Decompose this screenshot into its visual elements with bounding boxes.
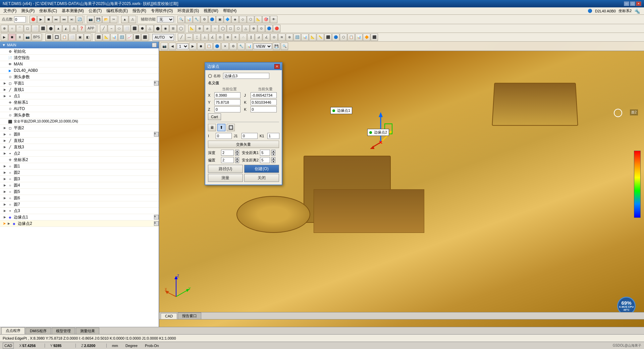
tree-item-man[interactable]: 👁 MAN [0, 61, 159, 67]
tb2-btn-35[interactable]: 🔴 [273, 25, 280, 32]
offset-down[interactable]: ▼ [235, 160, 239, 163]
tree-item-probepar[interactable]: ⚙ 测头参数 [0, 74, 159, 80]
tb3-btn-42[interactable]: 📊 [355, 34, 363, 41]
tb3-btn-9[interactable]: ⬜ [68, 34, 76, 41]
tb2-btn-17[interactable]: ⬛ [131, 25, 138, 32]
menu-program[interactable]: 编程系统(E) [104, 7, 130, 14]
tb2-btn-32[interactable]: ⊕ [250, 25, 257, 32]
tb3-btn-20[interactable]: — [185, 34, 193, 41]
tb3-btn-44[interactable]: ⬛ [371, 34, 378, 41]
tb3-btn-32[interactable]: ≋ [278, 34, 285, 41]
vp-btn-probe[interactable]: 🔵 [213, 43, 221, 50]
tb3-btn-40[interactable]: ⬡ [340, 34, 347, 41]
tb-btn-9[interactable]: 💾 [95, 16, 102, 23]
menu-software[interactable]: 专用软件(O) [149, 7, 175, 14]
z-input[interactable] [214, 106, 240, 112]
safe-dist1-input[interactable] [260, 150, 270, 156]
close-button[interactable]: ✕ [636, 1, 641, 6]
vp-btn-settings2[interactable]: 🔧 [237, 43, 245, 50]
tb3-btn-35[interactable]: 📊 [301, 34, 309, 41]
tb2-btn-14[interactable]: ⌢ [108, 25, 115, 32]
safe-dist2-down[interactable]: ▼ [271, 160, 275, 163]
tb-btn-4[interactable]: ⏭ [53, 16, 60, 23]
tb-btn-19[interactable]: ▣ [216, 16, 223, 23]
tb3-btn-27[interactable]: ∴ [239, 34, 247, 41]
tree-item-plane2[interactable]: ▶ ◻ 平面2 [0, 125, 159, 131]
tb3-btn-5[interactable]: BPS [32, 34, 42, 41]
tb2-btn-3[interactable]: ⌒ [16, 25, 23, 32]
tb2-btn-10[interactable]: ⚠ [70, 25, 77, 32]
tb2-btn-21[interactable]: ◉ [162, 25, 169, 32]
k2-input[interactable] [251, 106, 277, 112]
tb2-btn-13[interactable]: ╱ [100, 25, 107, 32]
tb-btn-22[interactable]: ◇ [239, 16, 247, 23]
tb-btn-5[interactable]: ⏮ [60, 16, 68, 23]
tb2-btn-9[interactable]: ◭ [62, 25, 70, 32]
tree-item-probepar2[interactable]: ⚙ 测头参数 [0, 112, 159, 118]
tb2-btn-6[interactable]: ⬛ [39, 25, 47, 32]
tb2-btn-34[interactable]: 🔵 [265, 25, 273, 32]
tb2-btn-8[interactable]: ▲ [55, 25, 62, 32]
tb2-btn-18[interactable]: ⬢ [139, 25, 146, 32]
plane1-btn[interactable]: ≡ [154, 81, 159, 86]
tb3-btn-36[interactable]: 📐 [309, 34, 316, 41]
x-input[interactable] [214, 92, 240, 98]
safe-dist1-spinner[interactable]: ▲ ▼ [271, 150, 275, 156]
create-button[interactable]: 创建(O) [244, 165, 279, 173]
tb-btn-24[interactable]: 📐 [255, 16, 262, 23]
tb3-btn-15[interactable]: 🔢 [118, 34, 125, 41]
tb2-btn-25[interactable]: ⊗ [196, 25, 203, 32]
tb3-btn-38[interactable]: ⬛ [324, 34, 332, 41]
tb3-btn-24[interactable]: ⊙ [216, 34, 224, 41]
tb-btn-1[interactable]: 🔴 [30, 16, 37, 23]
tb2-btn-7[interactable]: ⬤ [47, 25, 54, 32]
edge2-btn[interactable]: ≡ [154, 221, 159, 226]
k3-input[interactable] [267, 133, 279, 139]
menu-probe[interactable]: 测头(P) [19, 7, 37, 14]
tree-item-circle7[interactable]: ▶ ○ 圆7 [0, 201, 159, 208]
tb-btn-12[interactable]: ▲ [121, 16, 128, 23]
tree-item-circle6[interactable]: ▶ ○ 圆6 [0, 195, 159, 201]
vp-btn-zoom[interactable]: 🔍 [281, 43, 288, 50]
tree-item-safeplane[interactable]: ⬛ 安全平面(ZDIR,10.0000,ZDIR,10.0000,ON) [0, 118, 159, 125]
edge1-btn[interactable]: ≡ [154, 215, 159, 219]
safe-dist2-up[interactable]: ▲ [271, 157, 275, 160]
tb-btn-25[interactable]: 🎯 [262, 16, 270, 23]
tb-btn-2[interactable]: ▶ [37, 16, 45, 23]
tb3-btn-41[interactable]: 📋 [347, 34, 355, 41]
tree-item-coord2[interactable]: ✛ 坐标系2 [0, 157, 159, 163]
menu-tolerance[interactable]: 公差(T) [87, 7, 104, 14]
tb2-btn-2[interactable]: ○ [8, 25, 16, 32]
tb-btn-23[interactable]: ⬡ [247, 16, 254, 23]
tab-points[interactable]: 点点程序 [1, 327, 25, 334]
tb-btn-8[interactable]: 📷 [87, 16, 94, 23]
vp-view-select[interactable]: VIEW [254, 43, 272, 49]
menu-settings[interactable]: 环境设置(S) [175, 7, 201, 14]
tree-item-d2l40[interactable]: ▶ D2L40_A0B0 [0, 67, 159, 74]
j2-input[interactable] [241, 133, 258, 139]
tb-btn-18[interactable]: 🔵 [208, 16, 216, 23]
dialog-close-button[interactable]: ✕ [274, 64, 280, 69]
menu-help[interactable]: 帮助(H) [221, 7, 239, 14]
menu-coord[interactable]: 坐标系(C) [37, 7, 59, 14]
safe-dist1-up[interactable]: ▲ [271, 150, 275, 153]
depth-down[interactable]: ▼ [235, 153, 239, 156]
tb3-btn-23[interactable]: ∠ [209, 34, 216, 41]
offset-input[interactable] [221, 157, 234, 163]
tree-expand-icon[interactable]: ▼ [2, 43, 6, 47]
tb-btn-17[interactable]: ⚙ [201, 16, 208, 23]
tb3-btn-1[interactable]: ▶ [1, 34, 8, 41]
mode-select[interactable]: AUTO [152, 34, 174, 41]
menu-report[interactable]: 报告(R) [130, 7, 148, 14]
tb3-btn-4[interactable]: 📷 [24, 34, 31, 41]
tb3-btn-8[interactable]: 📋 [61, 34, 68, 41]
tb3-btn-43[interactable]: 🔶 [363, 34, 370, 41]
menu-view[interactable]: 视图(W) [202, 7, 220, 14]
tb3-btn-2[interactable]: ⏹ [8, 34, 16, 41]
tb3-btn-18[interactable]: ⬛ [141, 34, 149, 41]
tree-collapse-btn[interactable]: ═ [152, 43, 157, 47]
depth-up[interactable]: ▲ [235, 150, 239, 153]
tb3-btn-30[interactable]: ∠ [263, 34, 270, 41]
safe-dist2-input[interactable] [260, 157, 270, 163]
exchange-button[interactable]: 交换矢量 [208, 141, 279, 148]
